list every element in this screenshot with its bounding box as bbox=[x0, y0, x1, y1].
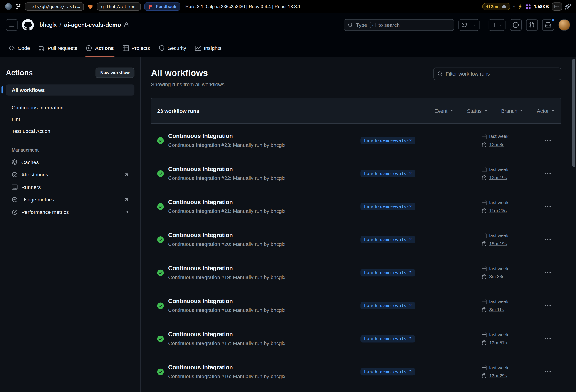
sidebar-item-caches[interactable]: Caches bbox=[6, 156, 134, 168]
pull-requests-button[interactable] bbox=[526, 19, 538, 31]
calendar-icon bbox=[482, 299, 487, 304]
tab-label: Insights bbox=[204, 45, 222, 51]
sidebar-item-performance-metrics[interactable]: Performance metrics bbox=[6, 206, 134, 218]
chevron-down-icon bbox=[473, 23, 476, 27]
kebab-icon bbox=[545, 137, 550, 143]
cloud-icon bbox=[502, 4, 507, 9]
actor-filter-dropdown[interactable]: Actor bbox=[537, 108, 555, 114]
keyboard-icon bbox=[554, 4, 560, 9]
branch-badge[interactable]: hanch-demo-evals-2 bbox=[360, 137, 415, 144]
keyboard-shortcut-button[interactable] bbox=[552, 2, 562, 11]
workflow-run-title-link[interactable]: Continuous Integration bbox=[168, 298, 233, 305]
copilot-dropdown-button[interactable] bbox=[470, 20, 479, 31]
hamburger-menu-button[interactable] bbox=[6, 19, 18, 31]
tab-insights[interactable]: Insights bbox=[191, 39, 226, 57]
breadcrumb-owner-link[interactable]: bhcglx bbox=[40, 22, 57, 28]
git-ref-badge[interactable]: refs/gh/queue/maste… bbox=[25, 2, 84, 11]
sidebar-item-attestations[interactable]: Attestations bbox=[6, 169, 134, 181]
devbar-metrics: 412ms • 1.58KB bbox=[482, 2, 571, 11]
workflow-run-description: Continuous Integration #16: Manually run… bbox=[168, 373, 360, 379]
branch-badge[interactable]: hanch-demo-evals-2 bbox=[360, 170, 415, 177]
run-options-button[interactable] bbox=[540, 236, 555, 242]
workflow-run-title-link[interactable]: Continuous Integration bbox=[168, 331, 233, 338]
branch-badge[interactable]: hanch-demo-evals-2 bbox=[360, 203, 415, 210]
tab-projects[interactable]: Projects bbox=[118, 39, 154, 57]
kebab-icon bbox=[545, 204, 550, 209]
rocket-icon[interactable] bbox=[565, 4, 571, 9]
sidebar-item-lint[interactable]: Lint bbox=[6, 114, 134, 125]
run-options-button[interactable] bbox=[540, 171, 555, 177]
external-link-icon bbox=[124, 172, 128, 177]
runs-list-header: 23 workflow runs Event Status Branch Act… bbox=[151, 98, 561, 124]
run-duration: 12m 8s bbox=[489, 142, 504, 147]
inbox-button[interactable] bbox=[542, 19, 554, 31]
repo-nav: Code Pull requests Actions Projects Secu… bbox=[0, 37, 576, 57]
sidebar-item-test-local-action[interactable]: Test Local Action bbox=[6, 126, 134, 136]
breadcrumb: bhcglx / ai-agent-evals-demo bbox=[40, 22, 129, 28]
run-date: last week bbox=[489, 200, 508, 205]
github-logo[interactable] bbox=[22, 19, 34, 31]
calendar-icon bbox=[482, 332, 487, 337]
sidebar-item-all-workflows[interactable]: All workflows bbox=[6, 84, 134, 96]
feedback-button[interactable]: Feedback bbox=[145, 2, 180, 11]
request-time-badge[interactable]: 412ms bbox=[482, 3, 510, 10]
status-filter-dropdown[interactable]: Status bbox=[467, 108, 488, 114]
management-section-title: Management bbox=[6, 147, 134, 153]
scrollbar-thumb[interactable] bbox=[572, 59, 575, 167]
branch-badge[interactable]: hanch-demo-evals-2 bbox=[360, 368, 415, 375]
branch-badge[interactable]: hanch-demo-evals-2 bbox=[360, 269, 415, 276]
workflow-run-title-link[interactable]: Continuous Integration bbox=[168, 232, 233, 239]
run-options-button[interactable] bbox=[540, 336, 555, 342]
breadcrumb-repo-link[interactable]: ai-agent-evals-demo bbox=[64, 22, 121, 28]
stopwatch-icon bbox=[482, 340, 487, 345]
workflow-run-title-link[interactable]: Continuous Integration bbox=[168, 265, 233, 272]
breadcrumb-separator: / bbox=[60, 22, 61, 28]
tab-code[interactable]: Code bbox=[4, 39, 34, 57]
stopwatch-icon bbox=[482, 175, 487, 180]
workflow-run-description: Continuous Integration #17: Manually run… bbox=[168, 340, 360, 346]
cache-stack-icon bbox=[12, 159, 18, 165]
pull-request-icon bbox=[529, 22, 535, 28]
project-table-icon bbox=[123, 45, 128, 51]
branch-badge[interactable]: hanch-demo-evals-2 bbox=[360, 302, 415, 309]
workflow-run-title-link[interactable]: Continuous Integration bbox=[168, 364, 233, 371]
workflow-run-title-link[interactable]: Continuous Integration bbox=[168, 166, 233, 172]
run-options-button[interactable] bbox=[540, 137, 555, 143]
sidebar-item-usage-metrics[interactable]: Usage metrics bbox=[6, 194, 134, 206]
global-search[interactable]: Type / to search bbox=[344, 19, 454, 31]
copilot-button[interactable] bbox=[459, 20, 470, 31]
tab-label: Actions bbox=[95, 45, 114, 51]
tab-pull-requests[interactable]: Pull requests bbox=[34, 39, 82, 57]
kebab-icon bbox=[545, 303, 550, 309]
calendar-icon bbox=[482, 233, 487, 238]
workflow-run-title-link[interactable]: Continuous Integration bbox=[168, 199, 233, 206]
issues-button[interactable] bbox=[510, 19, 522, 31]
filter-workflow-runs-input[interactable] bbox=[446, 71, 557, 77]
user-avatar[interactable] bbox=[558, 19, 570, 31]
run-options-button[interactable] bbox=[540, 269, 555, 275]
tab-security[interactable]: Security bbox=[154, 39, 191, 57]
sidebar-item-continuous-integration[interactable]: Continuous Integration bbox=[6, 102, 134, 113]
workflow-run-description: Continuous Integration #23: Manually run… bbox=[168, 142, 360, 148]
branch-badge[interactable]: hanch-demo-evals-2 bbox=[360, 236, 415, 243]
run-duration: 3m 11s bbox=[489, 307, 504, 312]
actions-repo-badge[interactable]: github/actions bbox=[97, 2, 141, 11]
chevron-down-icon bbox=[499, 23, 502, 27]
sidebar-item-runners[interactable]: Runners bbox=[6, 181, 134, 193]
dot-separator: • bbox=[513, 4, 515, 9]
event-filter-dropdown[interactable]: Event bbox=[434, 108, 454, 114]
workflow-run-description: Continuous Integration #21: Manually run… bbox=[168, 208, 360, 214]
create-new-button[interactable] bbox=[489, 20, 505, 31]
branch-badge[interactable]: hanch-demo-evals-2 bbox=[360, 335, 415, 342]
new-workflow-button[interactable]: New workflow bbox=[96, 68, 135, 78]
tab-actions[interactable]: Actions bbox=[82, 39, 118, 57]
run-options-button[interactable] bbox=[540, 369, 555, 374]
branch-filter-dropdown[interactable]: Branch bbox=[501, 108, 523, 114]
filter-workflow-runs-field[interactable] bbox=[433, 68, 561, 80]
stopwatch-icon bbox=[482, 208, 487, 213]
success-check-icon bbox=[157, 137, 164, 144]
run-options-button[interactable] bbox=[540, 303, 555, 309]
dev-toolbar: refs/gh/queue/maste… github/actions Feed… bbox=[0, 0, 576, 13]
workflow-run-title-link[interactable]: Continuous Integration bbox=[168, 133, 233, 139]
run-options-button[interactable] bbox=[540, 204, 555, 209]
